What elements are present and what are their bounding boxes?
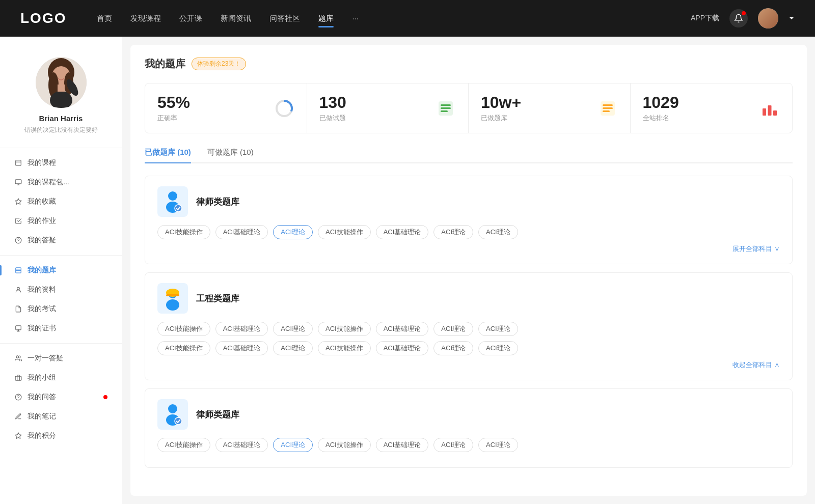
exam-icon xyxy=(14,305,22,313)
sidebar-item-homework[interactable]: 我的作业 xyxy=(0,211,122,231)
stat-done-questions: 130 已做试题 xyxy=(307,83,469,133)
tag-3-1[interactable]: ACI基础理论 xyxy=(215,438,268,452)
sidebar-item-question[interactable]: 我的答疑 xyxy=(0,231,122,250)
svg-rect-25 xyxy=(15,376,21,380)
nav-opencourse[interactable]: 公开课 xyxy=(179,12,202,25)
stat-done-banks: 10w+ 已做题库 xyxy=(469,83,631,133)
stat-label-4: 全站排名 xyxy=(643,114,754,123)
sidebar-item-exam[interactable]: 我的考试 xyxy=(0,299,122,319)
tag-2-5[interactable]: ACI理论 xyxy=(433,322,473,336)
tag-2r2-1[interactable]: ACI基础理论 xyxy=(215,341,268,355)
tag-3-6[interactable]: ACI理论 xyxy=(478,438,518,452)
sidebar-item-group[interactable]: 我的小组 xyxy=(0,368,122,387)
package-icon xyxy=(14,178,22,186)
qbank-header-1: 律师类题库 xyxy=(157,186,780,217)
stat-rank: 1029 全站排名 xyxy=(631,83,793,133)
tag-2r2-5[interactable]: ACI理论 xyxy=(433,341,473,355)
sidebar-item-data[interactable]: 我的资料 xyxy=(0,280,122,299)
qbank-tags-3: ACI技能操作 ACI基础理论 ACI理论 ACI技能操作 ACI基础理论 AC… xyxy=(157,438,780,452)
tag-1-2[interactable]: ACI理论 xyxy=(273,225,313,239)
rank-icon xyxy=(759,98,780,119)
profile-section: Brian Harris 错误的决定比没有决定要好 xyxy=(0,47,122,143)
sidebar: Brian Harris 错误的决定比没有决定要好 我的课程 我的课程包... … xyxy=(0,37,122,504)
nav-discover[interactable]: 发现课程 xyxy=(130,12,161,25)
tag-2r2-6[interactable]: ACI理论 xyxy=(478,341,518,355)
tag-2r2-3[interactable]: ACI技能操作 xyxy=(318,341,371,355)
tag-3-2[interactable]: ACI理论 xyxy=(273,438,313,452)
top-navigation: LOGO 首页 发现课程 公开课 新闻资讯 问答社区 题库 ··· APP下载 xyxy=(0,0,815,37)
svg-rect-38 xyxy=(603,107,613,109)
sidebar-item-cert[interactable]: 我的证书 xyxy=(0,319,122,338)
course-icon xyxy=(14,159,22,167)
sidebar-item-qa[interactable]: 我的问答 xyxy=(0,387,122,407)
tab-todo[interactable]: 可做题库 (10) xyxy=(207,148,254,162)
avatar-image xyxy=(36,57,87,108)
sidebar-label-data: 我的资料 xyxy=(28,285,107,294)
note-icon xyxy=(14,412,22,421)
trial-badge: 体验剩余23天！ xyxy=(192,58,246,70)
nav-news[interactable]: 新闻资讯 xyxy=(221,12,251,25)
stat-correct-rate: 55% 正确率 xyxy=(145,83,307,133)
tag-1-3[interactable]: ACI技能操作 xyxy=(318,225,371,239)
main-layout: Brian Harris 错误的决定比没有决定要好 我的课程 我的课程包... … xyxy=(0,37,815,504)
tag-3-5[interactable]: ACI理论 xyxy=(433,438,473,452)
svg-point-31 xyxy=(280,104,288,113)
sidebar-divider-1 xyxy=(0,148,122,148)
tag-2r2-0[interactable]: ACI技能操作 xyxy=(157,341,210,355)
tag-3-4[interactable]: ACI基础理论 xyxy=(376,438,429,452)
tag-2r2-4[interactable]: ACI基础理论 xyxy=(376,341,429,355)
tag-2-4[interactable]: ACI基础理论 xyxy=(376,322,429,336)
expand-link-1[interactable]: 展开全部科目 ∨ xyxy=(157,244,780,254)
tab-done[interactable]: 已做题库 (10) xyxy=(145,148,191,162)
tag-1-6[interactable]: ACI理论 xyxy=(478,225,518,239)
stat-label-3: 已做题库 xyxy=(481,114,591,123)
notification-dot xyxy=(742,11,746,15)
tag-1-1[interactable]: ACI基础理论 xyxy=(215,225,268,239)
sidebar-item-course[interactable]: 我的课程 xyxy=(0,153,122,173)
tag-2r2-2[interactable]: ACI理论 xyxy=(273,341,313,355)
nav-more[interactable]: ··· xyxy=(352,12,359,25)
tag-3-3[interactable]: ACI技能操作 xyxy=(318,438,371,452)
tabs-row: 已做题库 (10) 可做题库 (10) xyxy=(145,148,793,163)
svg-rect-35 xyxy=(441,110,448,112)
question-bank-icon xyxy=(597,98,618,119)
app-download-button[interactable]: APP下载 xyxy=(691,14,719,23)
tag-2-6[interactable]: ACI理论 xyxy=(478,322,518,336)
logo: LOGO xyxy=(20,10,66,26)
nav-qbank[interactable]: 题库 xyxy=(318,12,334,25)
nav-right: APP下载 xyxy=(691,8,795,29)
cert-icon xyxy=(14,324,22,332)
user-avatar-nav[interactable] xyxy=(758,8,778,29)
content-wrapper: 我的题库 体验剩余23天！ 55% 正确率 xyxy=(130,45,807,496)
nav-qa[interactable]: 问答社区 xyxy=(269,12,300,25)
tag-1-5[interactable]: ACI理论 xyxy=(433,225,473,239)
notification-bell[interactable] xyxy=(729,9,748,27)
sidebar-item-score[interactable]: 我的积分 xyxy=(0,426,122,445)
tag-2-2[interactable]: ACI理论 xyxy=(273,322,313,336)
lawyer-icon-3 xyxy=(157,399,188,430)
sidebar-item-oneon[interactable]: 一对一答疑 xyxy=(0,349,122,368)
active-indicator xyxy=(0,265,2,275)
stat-value-1: 55% xyxy=(157,94,268,111)
sidebar-label-group: 我的小组 xyxy=(28,373,107,382)
stat-info-3: 10w+ 已做题库 xyxy=(481,94,591,123)
nav-home[interactable]: 首页 xyxy=(97,12,112,25)
homework-icon xyxy=(14,217,22,225)
nav-items: 首页 发现课程 公开课 新闻资讯 问答社区 题库 ··· xyxy=(97,12,670,25)
stat-label-1: 正确率 xyxy=(157,114,268,123)
sidebar-item-qbank[interactable]: 我的题库 xyxy=(0,261,122,280)
tag-2-3[interactable]: ACI技能操作 xyxy=(318,322,371,336)
tag-2-0[interactable]: ACI技能操作 xyxy=(157,322,210,336)
sidebar-item-favorite[interactable]: 我的收藏 xyxy=(0,192,122,211)
sidebar-item-package[interactable]: 我的课程包... xyxy=(0,173,122,192)
tag-2-1[interactable]: ACI基础理论 xyxy=(215,322,268,336)
svg-rect-40 xyxy=(763,108,766,116)
svg-point-52 xyxy=(175,417,182,425)
qbank-title-3: 律师类题库 xyxy=(196,409,239,421)
collapse-link-2[interactable]: 收起全部科目 ∧ xyxy=(157,360,780,370)
tag-1-0[interactable]: ACI技能操作 xyxy=(157,225,210,239)
tag-1-4[interactable]: ACI基础理论 xyxy=(376,225,429,239)
tag-3-0[interactable]: ACI技能操作 xyxy=(157,438,210,452)
svg-rect-10 xyxy=(15,180,21,184)
sidebar-item-note[interactable]: 我的笔记 xyxy=(0,407,122,426)
